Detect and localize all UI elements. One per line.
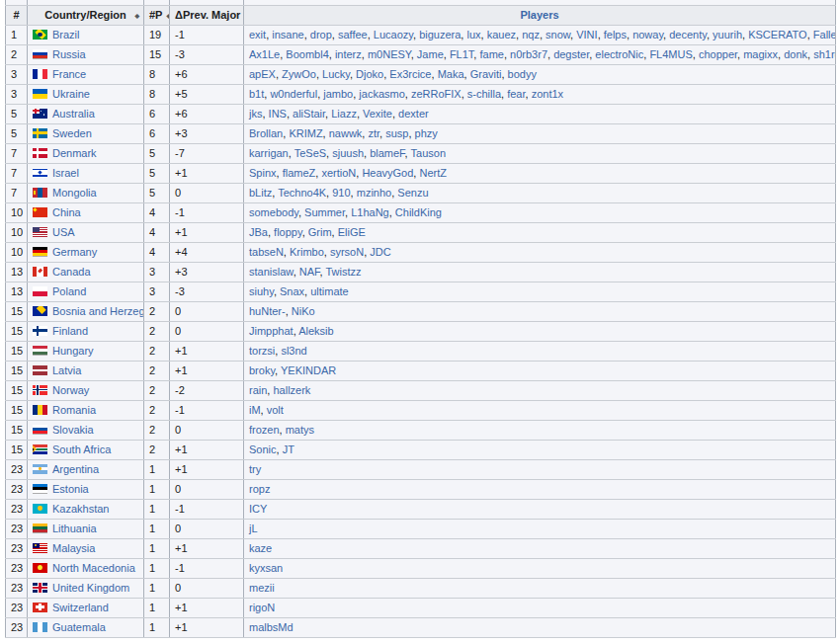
country-link[interactable]: Romania [52, 404, 96, 416]
player-link[interactable]: karrigan [249, 147, 289, 159]
player-link[interactable]: flameZ [283, 167, 316, 179]
player-link[interactable]: Djoko [356, 68, 383, 80]
player-link[interactable]: decenty [669, 29, 707, 40]
player-link[interactable]: volt [267, 404, 284, 416]
country-link[interactable]: South Africa [52, 443, 111, 455]
player-link[interactable]: Aleksib [298, 325, 333, 337]
player-link[interactable]: Ex3rcice [389, 68, 431, 80]
country-link[interactable]: Israel [52, 167, 79, 179]
country-link[interactable]: Denmark [52, 147, 97, 159]
country-link[interactable]: Latvia [52, 364, 81, 376]
player-link[interactable]: Lucky [322, 68, 350, 80]
player-link[interactable]: ztr [368, 127, 379, 139]
player-link[interactable]: 910 [332, 187, 350, 199]
player-link[interactable]: Tauson [411, 147, 446, 159]
player-link[interactable]: broky [249, 364, 275, 376]
player-link[interactable]: donk [784, 48, 807, 60]
player-link[interactable]: sl3nd [281, 345, 306, 357]
player-link[interactable]: iM [249, 404, 261, 416]
player-link[interactable]: mzinho [357, 187, 391, 199]
player-link[interactable]: INS [269, 108, 287, 120]
player-link[interactable]: noway [632, 29, 663, 40]
player-link[interactable]: matys [286, 424, 314, 436]
player-link[interactable]: sjuush [332, 147, 364, 159]
player-link[interactable]: n0rb3r7 [510, 48, 547, 60]
player-link[interactable]: lux [466, 29, 480, 40]
player-link[interactable]: siuhy [249, 285, 274, 297]
country-link[interactable]: Germany [52, 246, 97, 258]
player-link[interactable]: EliGE [338, 226, 366, 238]
player-link[interactable]: ropz [249, 483, 270, 495]
country-link[interactable]: Guatemala [52, 621, 106, 633]
player-link[interactable]: ChildKing [395, 206, 442, 218]
player-link[interactable]: interz [335, 48, 362, 60]
player-link[interactable]: L1haNg [351, 206, 389, 218]
column-header-delta-prev-major[interactable]: ΔPrev. Major◆ [170, 5, 244, 25]
player-link[interactable]: Liazz [331, 108, 357, 120]
player-link[interactable]: blameF [370, 147, 404, 159]
player-link[interactable]: b1t [249, 88, 264, 100]
player-link[interactable]: Jimpphat [249, 325, 294, 337]
player-link[interactable]: ICY [249, 503, 267, 515]
player-link[interactable]: magixx [743, 48, 778, 60]
player-link[interactable]: Summer [304, 206, 345, 218]
player-link[interactable]: sh1ro [813, 48, 835, 60]
player-link[interactable]: NAF [299, 266, 320, 278]
player-link[interactable]: KSCERATO [748, 29, 807, 40]
player-link[interactable]: JDC [370, 246, 390, 258]
player-link[interactable]: FalleN [813, 29, 836, 40]
player-link[interactable]: malbsMd [249, 621, 294, 633]
player-link[interactable]: Brollan [249, 127, 283, 139]
country-link[interactable]: Russia [52, 48, 86, 60]
player-link[interactable]: torzsi [249, 345, 275, 357]
player-link[interactable]: fame [479, 48, 503, 60]
player-link[interactable]: stanislaw [249, 266, 294, 278]
player-link[interactable]: insane [272, 29, 303, 40]
player-link[interactable]: zont1x [532, 88, 563, 100]
country-link[interactable]: Brazil [52, 29, 80, 40]
country-link[interactable]: Mongolia [52, 187, 97, 199]
player-link[interactable]: dexter [398, 108, 429, 120]
player-link[interactable]: somebody [249, 206, 298, 218]
column-header-players[interactable]: Players [244, 5, 836, 25]
sort-icon[interactable]: ◆ [134, 13, 139, 19]
country-link[interactable]: Canada [52, 266, 91, 278]
player-link[interactable]: Twistzz [325, 266, 361, 278]
player-link[interactable]: syrsoN [330, 246, 364, 258]
country-link[interactable]: Argentina [52, 463, 99, 475]
player-link[interactable]: jackasmo [359, 88, 404, 100]
player-link[interactable]: nqz [522, 29, 540, 40]
country-link[interactable]: North Macedonia [52, 562, 135, 574]
player-link[interactable]: biguzera [419, 29, 461, 40]
player-link[interactable]: exit [249, 29, 266, 40]
player-link[interactable]: HeavyGod [362, 167, 413, 179]
player-link[interactable]: FL4MUS [649, 48, 692, 60]
country-link[interactable]: Hungary [52, 345, 94, 357]
player-link[interactable]: s-chilla [467, 88, 501, 100]
player-link[interactable]: apEX [249, 68, 276, 80]
player-link[interactable]: rain [249, 384, 267, 396]
country-link[interactable]: Estonia [52, 483, 89, 495]
player-link[interactable]: aliStair [293, 108, 325, 120]
player-link[interactable]: Ax1Le [249, 48, 280, 60]
column-header-player-count[interactable]: #P◆ [144, 5, 170, 25]
player-link[interactable]: Snax [280, 285, 304, 297]
country-link[interactable]: Norway [52, 384, 89, 396]
player-link[interactable]: Jame [417, 48, 444, 60]
player-link[interactable]: jambo [323, 88, 353, 100]
country-link[interactable]: USA [52, 226, 75, 238]
player-link[interactable]: Grim [308, 226, 332, 238]
country-link[interactable]: Switzerland [52, 602, 109, 613]
player-link[interactable]: hallzerk [273, 384, 310, 396]
player-link[interactable]: snow [546, 29, 570, 40]
player-link[interactable]: xertioN [321, 167, 356, 179]
country-link[interactable]: Malaysia [52, 542, 95, 554]
country-link[interactable]: United Kingdom [52, 582, 129, 594]
player-link[interactable]: ZywOo [282, 68, 316, 80]
country-link[interactable]: Sweden [52, 127, 92, 139]
country-link[interactable]: Ukraine [52, 88, 90, 100]
player-link[interactable]: Spinx [249, 167, 277, 179]
player-link[interactable]: Sonic [249, 443, 277, 455]
player-link[interactable]: TeSeS [294, 147, 326, 159]
player-link[interactable]: frozen [249, 424, 280, 436]
